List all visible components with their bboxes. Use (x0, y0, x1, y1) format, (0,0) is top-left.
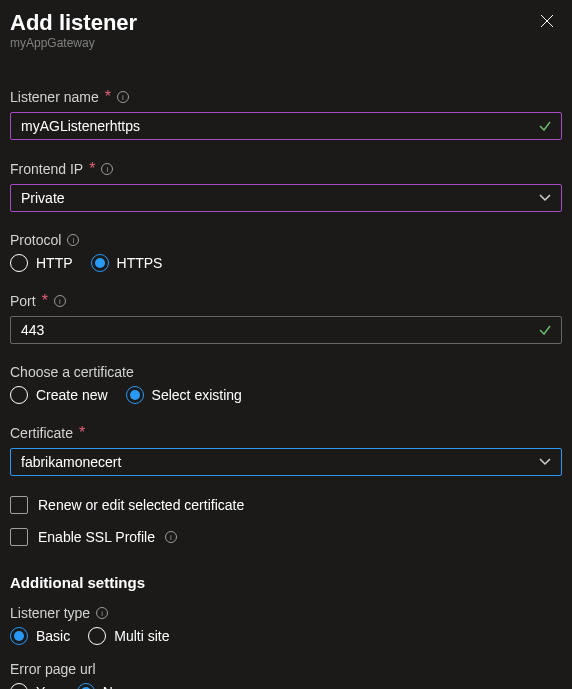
frontend-ip-value: Private (21, 190, 65, 206)
ssl-profile-label: Enable SSL Profile (38, 529, 155, 545)
certificate-select[interactable]: fabrikamonecert (10, 448, 562, 476)
close-button[interactable] (532, 10, 562, 32)
listener-type-basic-label: Basic (36, 628, 70, 644)
close-icon (540, 14, 554, 28)
radio-icon (10, 254, 28, 272)
protocol-http-label: HTTP (36, 255, 73, 271)
certificate-label: Certificate (10, 425, 73, 441)
choose-cert-label: Choose a certificate (10, 364, 134, 380)
renew-cert-checkbox[interactable] (10, 496, 28, 514)
error-page-radio-yes[interactable]: Yes (10, 683, 59, 689)
renew-cert-label: Renew or edit selected certificate (38, 497, 244, 513)
cert-radio-create-new[interactable]: Create new (10, 386, 108, 404)
radio-icon (10, 683, 28, 689)
info-icon[interactable]: i (101, 163, 113, 175)
listener-type-radio-multi-site[interactable]: Multi site (88, 627, 169, 645)
required-indicator: * (89, 160, 95, 178)
error-page-no-label: No (103, 684, 121, 689)
error-page-radio-no[interactable]: No (77, 683, 121, 689)
radio-icon (10, 386, 28, 404)
radio-icon-selected (77, 683, 95, 689)
frontend-ip-select[interactable]: Private (10, 184, 562, 212)
protocol-radio-https[interactable]: HTTPS (91, 254, 163, 272)
error-page-label: Error page url (10, 661, 96, 677)
additional-settings-heading: Additional settings (10, 574, 562, 591)
protocol-radio-http[interactable]: HTTP (10, 254, 73, 272)
ssl-profile-checkbox[interactable] (10, 528, 28, 546)
page-title: Add listener (10, 10, 137, 36)
page-subtitle: myAppGateway (10, 36, 137, 50)
frontend-ip-label: Frontend IP (10, 161, 83, 177)
listener-type-label: Listener type (10, 605, 90, 621)
chevron-down-icon (539, 194, 551, 202)
cert-radio-select-existing[interactable]: Select existing (126, 386, 242, 404)
protocol-label: Protocol (10, 232, 61, 248)
port-label: Port (10, 293, 36, 309)
required-indicator: * (79, 424, 85, 442)
port-input[interactable] (10, 316, 562, 344)
error-page-yes-label: Yes (36, 684, 59, 689)
cert-create-new-label: Create new (36, 387, 108, 403)
info-icon[interactable]: i (67, 234, 79, 246)
info-icon[interactable]: i (165, 531, 177, 543)
radio-icon-selected (91, 254, 109, 272)
listener-type-radio-basic[interactable]: Basic (10, 627, 70, 645)
info-icon[interactable]: i (117, 91, 129, 103)
radio-icon-selected (10, 627, 28, 645)
certificate-value: fabrikamonecert (21, 454, 121, 470)
required-indicator: * (42, 292, 48, 310)
listener-type-multi-site-label: Multi site (114, 628, 169, 644)
chevron-down-icon (539, 458, 551, 466)
required-indicator: * (105, 88, 111, 106)
radio-icon-selected (126, 386, 144, 404)
cert-select-existing-label: Select existing (152, 387, 242, 403)
info-icon[interactable]: i (54, 295, 66, 307)
listener-name-input[interactable] (10, 112, 562, 140)
protocol-https-label: HTTPS (117, 255, 163, 271)
info-icon[interactable]: i (96, 607, 108, 619)
radio-icon (88, 627, 106, 645)
listener-name-label: Listener name (10, 89, 99, 105)
